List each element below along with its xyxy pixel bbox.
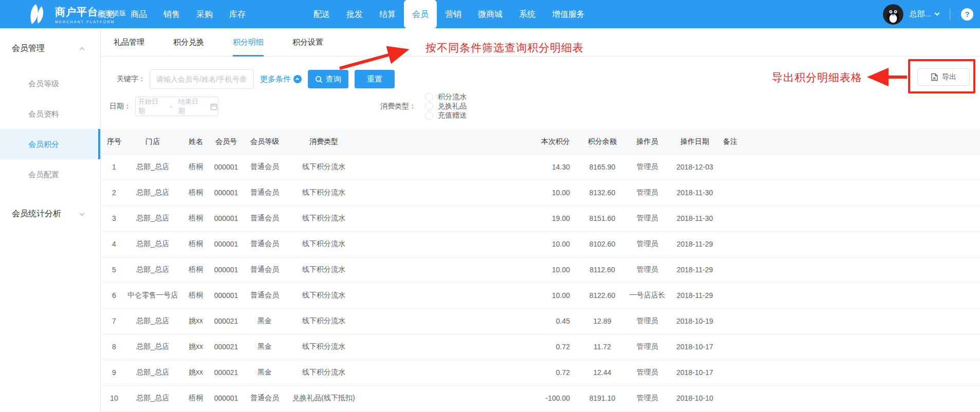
points-detail-table: 序号门店姓名会员号会员等级消费类型本次积分积分余额操作员操作日期备注 1总部_总… — [101, 129, 980, 412]
table-row: 3总部_总店梧桐000001普通会员线下积分流水19.008151.60管理员2… — [101, 205, 980, 231]
radio-option[interactable]: 充值赠送 — [425, 111, 467, 120]
annotation-export-note: 导出积分明细表格 — [772, 70, 862, 85]
table-cell: 2018-10-10 — [667, 385, 723, 411]
table-cell: 2018-11-29 — [667, 231, 723, 257]
table-cell: 总部_总店 — [127, 180, 178, 205]
table-cell: 10.00 — [357, 283, 577, 308]
radio-circle-icon — [425, 102, 433, 110]
table-header-row: 序号门店姓名会员号会员等级消费类型本次积分积分余额操作员操作日期备注 — [101, 129, 980, 154]
table-cell: 兑换礼品(线下抵扣) — [290, 385, 357, 411]
table-cell: 9 — [101, 360, 127, 385]
consume-type-label: 消费类型： — [380, 102, 416, 111]
radio-option[interactable]: 积分流水 — [425, 92, 467, 102]
nav-item[interactable]: 采购 — [188, 0, 221, 28]
chevron-up-icon — [80, 47, 85, 52]
sidebar-group-member-management[interactable]: 会员管理 — [0, 28, 100, 68]
table-cell: 线下积分流水 — [290, 283, 357, 308]
table-header-cell: 会员号 — [213, 129, 239, 154]
filter-row-date: 日期： 开始日期 ~ 结束日期 — [109, 97, 218, 116]
table-cell: 中仑零售一号店 — [127, 283, 178, 308]
radio-circle-icon — [425, 111, 433, 120]
table-cell — [723, 360, 980, 385]
sidebar-item[interactable]: 会员资料 — [0, 99, 100, 129]
table-cell: 8132.60 — [577, 180, 628, 205]
table-cell: 8151.60 — [577, 205, 628, 231]
radio-option[interactable]: 兑换礼品 — [425, 102, 467, 111]
table-cell: -100.00 — [357, 385, 577, 411]
table-cell: 0.72 — [357, 334, 577, 360]
table-cell: 7 — [101, 308, 127, 334]
table-cell: 管理员 — [628, 360, 667, 385]
search-button[interactable]: 查询 — [308, 70, 348, 88]
export-button[interactable]: 导出 — [917, 68, 970, 86]
more-conditions-link[interactable]: 更多条件 — [260, 74, 302, 84]
keyword-input[interactable] — [150, 69, 254, 89]
table-cell: 000001 — [213, 205, 239, 231]
date-range-input[interactable]: 开始日期 ~ 结束日期 — [135, 97, 218, 116]
topbar-divider — [950, 9, 950, 20]
chevron-down-icon — [80, 211, 85, 216]
sidebar: 会员管理 会员等级会员资料会员积分会员配置 会员统计分析 — [0, 28, 101, 412]
nav-item[interactable]: 商品 — [122, 0, 155, 28]
nav-item[interactable]: 增值服务 — [544, 0, 593, 28]
tab[interactable]: 礼品管理 — [114, 28, 144, 57]
avatar[interactable] — [883, 4, 903, 25]
nav-item[interactable]: 配送 — [305, 0, 338, 28]
topbar: 商户平台·连锁版 MERCHANT PLATFORM 概览商品销售采购库存配送批… — [0, 0, 980, 28]
table-cell: 普通会员 — [239, 385, 290, 411]
table-header-cell: 操作员 — [628, 129, 667, 154]
sidebar-group-label: 会员统计分析 — [12, 209, 61, 219]
nav-item[interactable]: 结算 — [371, 0, 404, 28]
table-cell — [723, 257, 980, 283]
user-name[interactable]: 总部... — [909, 9, 931, 19]
tab[interactable]: 积分明细 — [233, 28, 264, 57]
nav-item[interactable]: 会员 — [404, 0, 437, 28]
nav-item[interactable]: 微商城 — [470, 0, 511, 28]
nav-item[interactable]: 库存 — [221, 0, 254, 28]
date-label: 日期： — [109, 102, 131, 111]
table-cell: 管理员 — [628, 231, 667, 257]
reset-button[interactable]: 重置 — [355, 70, 395, 88]
sidebar-item[interactable]: 会员积分 — [0, 129, 100, 159]
chevron-down-icon[interactable] — [935, 11, 940, 16]
table-cell: 总部_总店 — [127, 257, 178, 283]
table-row: 7总部_总店姚xx000021黑金线下积分流水0.4512.89管理员2018-… — [101, 308, 980, 334]
reset-button-label: 重置 — [367, 74, 382, 84]
nav-item[interactable]: 批发 — [338, 0, 371, 28]
table-row: 5总部_总店梧桐000001普通会员线下积分流水10.008112.60管理员2… — [101, 257, 980, 283]
penguin-avatar-icon — [883, 4, 903, 25]
consume-type-group: 消费类型： 积分流水兑换礼品充值赠送 — [380, 97, 467, 116]
table-cell: 线下积分流水 — [290, 180, 357, 205]
export-button-label: 导出 — [942, 72, 956, 82]
table-cell: 黑金 — [239, 308, 290, 334]
table-cell: 4 — [101, 231, 127, 257]
table-cell — [723, 283, 980, 308]
table-cell: 总部_总店 — [127, 231, 178, 257]
sidebar-item[interactable]: 会员配置 — [0, 159, 100, 190]
table-cell: 2018-10-17 — [667, 360, 723, 385]
nav-item[interactable]: 营销 — [437, 0, 470, 28]
table-cell: 000001 — [213, 283, 239, 308]
table-header-cell: 门店 — [127, 129, 178, 154]
radio-label: 充值赠送 — [438, 111, 467, 120]
sidebar-item[interactable]: 会员等级 — [0, 68, 100, 99]
table-cell: 3 — [101, 205, 127, 231]
table-cell: 梧桐 — [178, 283, 213, 308]
table-cell: 总部_总店 — [127, 205, 178, 231]
table-cell: 线下积分流水 — [290, 334, 357, 360]
table-cell: 000001 — [213, 257, 239, 283]
table-cell: 10.00 — [357, 231, 577, 257]
nav-item[interactable]: 销售 — [155, 0, 188, 28]
table-cell: 8102.60 — [577, 231, 628, 257]
annotation-arrow-up-right — [332, 44, 415, 72]
table-cell: 普通会员 — [239, 231, 290, 257]
nav-item[interactable]: 系统 — [511, 0, 544, 28]
nav-item[interactable]: 概览 — [89, 0, 122, 28]
tab[interactable]: 积分设置 — [292, 28, 323, 57]
sidebar-group-member-statistics[interactable]: 会员统计分析 — [0, 199, 100, 229]
help-icon[interactable]: ? — [961, 8, 973, 21]
search-icon — [315, 76, 323, 83]
tab[interactable]: 积分兑换 — [173, 28, 204, 57]
table-cell — [723, 385, 980, 411]
table-cell: 2018-10-17 — [667, 334, 723, 360]
